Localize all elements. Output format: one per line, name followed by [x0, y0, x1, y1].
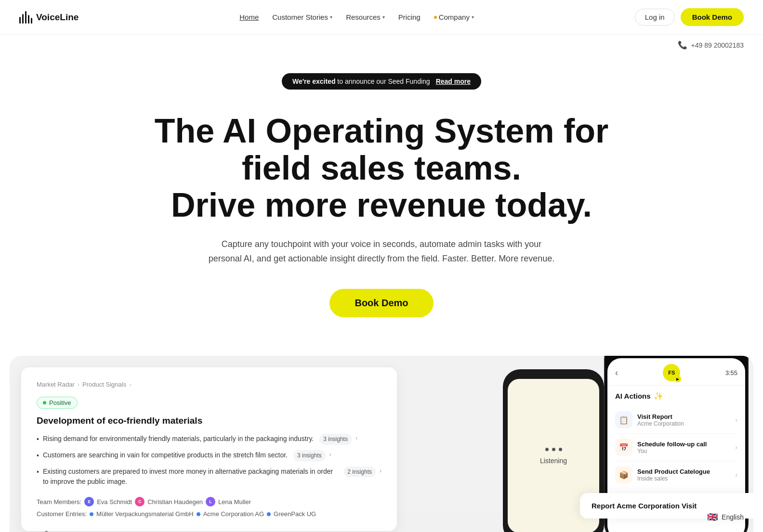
chevron-down-icon: ▾	[382, 14, 385, 20]
chevron-right-icon: ›	[735, 471, 737, 479]
hero-subtitle: Capture any touchpoint with your voice i…	[208, 237, 555, 266]
sparkle-icon: ✨	[654, 391, 663, 401]
insight-list: • Rising demand for environmentally frie…	[37, 434, 382, 487]
positive-dot	[43, 401, 46, 404]
avatar-christian: C	[135, 497, 145, 506]
ai-action-subtitle: Inside sales	[637, 475, 730, 482]
chevron-right-icon: ›	[735, 416, 737, 424]
positive-badge: Positive	[37, 397, 78, 409]
logo[interactable]: VoiceLine	[19, 11, 79, 24]
nav-links: Home Customer Stories ▾ Resources ▾ Pric…	[239, 13, 474, 21]
announcement-text: We're excited to announce our Seed Fundi…	[292, 78, 430, 85]
breadcrumb-separator-2: ›	[129, 381, 131, 388]
nav-dot	[434, 16, 437, 19]
followup-icon: 📅	[615, 439, 632, 456]
hero-title: The AI Operating System for field sales …	[136, 113, 627, 224]
ai-action-item-visit-report[interactable]: 📋 Visit Report Acme Corporation ›	[615, 406, 737, 434]
list-item: • Existing customers are prepared to inv…	[37, 467, 382, 487]
phone-number: +49 89 20002183	[691, 41, 744, 49]
book-demo-hero-button[interactable]: Book Demo	[329, 289, 433, 317]
breadcrumb-separator: ›	[78, 381, 79, 388]
announcement-badge[interactable]: We're excited to announce our Seed Fundi…	[282, 73, 481, 90]
ai-action-text: Send Product Catelogue Inside sales	[637, 468, 730, 482]
insight-tag[interactable]: 3 insights	[293, 450, 326, 461]
ai-action-item-catalogue[interactable]: 📦 Send Product Catelogue Inside sales ›	[615, 461, 737, 488]
phone-header: ‹ FS ▶ 3:55	[607, 358, 745, 386]
list-item: • Customers are searching in vain for co…	[37, 450, 382, 461]
catalogue-icon: 📦	[615, 466, 632, 483]
hero-section: We're excited to announce our Seed Fundi…	[117, 35, 646, 337]
ai-action-text: Visit Report Acme Corporation	[637, 413, 730, 427]
listening-dots	[545, 448, 562, 451]
nav-pricing[interactable]: Pricing	[398, 13, 421, 21]
status-bar: 15.54 📶 🔋	[605, 356, 748, 357]
ai-action-subtitle: You	[637, 448, 730, 454]
breadcrumb-market-radar[interactable]: Market Radar	[37, 381, 75, 388]
insight-tag[interactable]: 2 insights	[343, 467, 376, 478]
login-button[interactable]: Log in	[635, 9, 675, 26]
team-label: Team Members:	[37, 498, 81, 506]
logo-icon	[19, 11, 32, 24]
team-row: Team Members: E Eva Schmidt C Christian …	[37, 497, 382, 506]
nav-home[interactable]: Home	[239, 13, 259, 21]
nav-resources[interactable]: Resources ▾	[346, 13, 385, 21]
book-demo-nav-button[interactable]: Book Demo	[681, 8, 744, 26]
language-label: English	[722, 513, 744, 521]
breadcrumb-product-signals[interactable]: Product Signals	[82, 381, 126, 388]
phone-contact: 📞 +49 89 20002183	[678, 40, 744, 50]
logo-text: VoiceLine	[36, 12, 79, 23]
recording-timer: 3:55	[725, 369, 737, 376]
desktop-card: Market Radar › Product Signals › Positiv…	[21, 367, 397, 531]
ai-action-text: Schedule follow-up call You	[637, 441, 730, 454]
card-title: Development of eco-friendly materials	[37, 415, 382, 426]
breadcrumb: Market Radar › Product Signals ›	[37, 381, 382, 388]
ai-action-title: Schedule follow-up call	[637, 441, 730, 448]
chevron-down-icon: ▾	[472, 14, 474, 20]
phone-icon: 📞	[678, 40, 687, 50]
ai-action-title: Visit Report	[637, 413, 730, 420]
chevron-down-icon: ▾	[330, 14, 332, 20]
recording-avatar: FS ▶	[663, 364, 680, 381]
nav-customer-stories[interactable]: Customer Stories ▾	[272, 13, 332, 21]
listening-text: Listening	[540, 457, 567, 465]
ai-action-item-followup[interactable]: 📅 Schedule follow-up call You ›	[615, 434, 737, 461]
insight-tag[interactable]: 3 insights	[319, 434, 352, 445]
flag-icon: 🇬🇧	[707, 512, 718, 522]
chevron-right-icon: ›	[735, 443, 737, 451]
customer-label: Customer Entries:	[37, 510, 87, 518]
ai-action-title: Send Product Catelogue	[637, 468, 730, 475]
avatar-lena: L	[206, 497, 215, 506]
list-item: • Rising demand for environmentally frie…	[37, 434, 382, 445]
avatar-eva: E	[84, 497, 94, 506]
language-selector[interactable]: 🇬🇧 English	[707, 512, 744, 522]
visit-report-icon: 📋	[615, 411, 632, 428]
navigation: VoiceLine Home Customer Stories ▾ Resour…	[0, 0, 763, 35]
customer-row: Customer Entries: Müller Verpackungsmate…	[37, 510, 382, 518]
nav-company[interactable]: Company ▾	[434, 13, 474, 21]
read-more-link[interactable]: Read more	[436, 78, 471, 85]
phone-back-button[interactable]: ‹	[615, 368, 618, 378]
demo-section: Market Radar › Product Signals › Positiv…	[10, 356, 753, 532]
report-card-title: Report Acme Corporation Visit	[592, 502, 742, 510]
ai-actions-title: AI Actions ✨	[615, 391, 737, 401]
play-button-overlay[interactable]: ▶	[674, 376, 681, 382]
ai-action-subtitle: Acme Corporation	[637, 420, 730, 427]
nav-actions: Log in Book Demo	[635, 8, 744, 26]
